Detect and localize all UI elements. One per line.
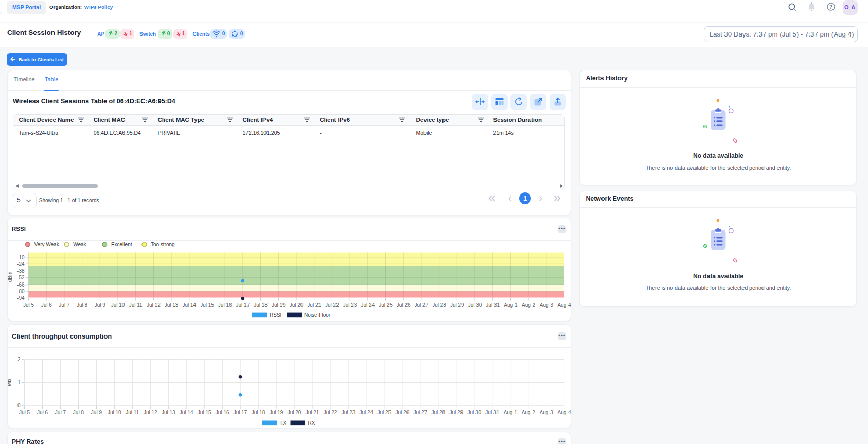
svg-text:Jul 21: Jul 21	[307, 302, 321, 308]
svg-text:Jul 26: Jul 26	[395, 410, 409, 415]
svg-text:Jul 21: Jul 21	[305, 410, 319, 415]
svg-text:Jul 6: Jul 6	[41, 302, 52, 308]
svg-text:Jul 20: Jul 20	[289, 302, 303, 308]
svg-text:Jul 19: Jul 19	[269, 410, 283, 415]
svg-text:-38: -38	[17, 268, 25, 274]
svg-text:2: 2	[17, 357, 20, 362]
svg-text:Jul 16: Jul 16	[218, 302, 232, 308]
svg-text:Jul 29: Jul 29	[449, 410, 463, 415]
svg-text:Jul 8: Jul 8	[73, 410, 84, 415]
svg-text:Jul 14: Jul 14	[179, 410, 193, 415]
svg-text:Jul 6: Jul 6	[37, 410, 48, 415]
svg-text:Jul 25: Jul 25	[379, 302, 393, 308]
svg-text:Jul 24: Jul 24	[359, 410, 373, 415]
svg-text:Jul 9: Jul 9	[91, 410, 102, 415]
svg-text:dBm: dBm	[8, 272, 13, 282]
svg-text:MB: MB	[8, 379, 12, 386]
svg-text:Jul 14: Jul 14	[182, 302, 196, 308]
svg-text:-24: -24	[17, 261, 25, 267]
svg-text:Jul 18: Jul 18	[254, 302, 268, 308]
svg-text:1: 1	[17, 380, 20, 385]
svg-text:Excellent: Excellent	[111, 242, 132, 247]
svg-text:Jul 11: Jul 11	[129, 302, 142, 308]
svg-text:-66: -66	[17, 282, 25, 288]
svg-text:Jul 27: Jul 27	[414, 302, 428, 308]
svg-text:Jul 5: Jul 5	[19, 410, 30, 415]
svg-text:Jul 18: Jul 18	[251, 410, 265, 415]
svg-text:Jul 28: Jul 28	[431, 410, 445, 415]
svg-text:Jul 13: Jul 13	[161, 410, 175, 415]
svg-text:Aug 4: Aug 4	[557, 410, 571, 415]
svg-text:Aug 2: Aug 2	[521, 410, 535, 415]
svg-text:Noise Floor: Noise Floor	[304, 312, 331, 318]
svg-text:Aug 1: Aug 1	[504, 302, 518, 308]
svg-text:TX: TX	[279, 420, 286, 426]
svg-text:Aug 4: Aug 4	[557, 302, 571, 308]
svg-text:Jul 31: Jul 31	[485, 410, 499, 415]
svg-text:Jul 28: Jul 28	[432, 302, 446, 308]
svg-text:RSSI: RSSI	[270, 312, 281, 318]
svg-text:Jul 5: Jul 5	[23, 302, 34, 308]
svg-text:Jul 10: Jul 10	[111, 302, 125, 308]
svg-text:Weak: Weak	[73, 242, 86, 247]
svg-text:Jul 9: Jul 9	[94, 302, 105, 308]
svg-text:Jul 17: Jul 17	[233, 410, 247, 415]
svg-text:Jul 22: Jul 22	[323, 410, 337, 415]
svg-text:Jul 31: Jul 31	[486, 302, 500, 308]
svg-text:Jul 22: Jul 22	[325, 302, 339, 308]
svg-text:Too strong: Too strong	[150, 242, 174, 247]
svg-text:-80: -80	[17, 289, 25, 294]
svg-text:Very Weak: Very Weak	[34, 242, 59, 247]
svg-text:Jul 17: Jul 17	[236, 302, 250, 308]
svg-text:Jul 30: Jul 30	[468, 302, 482, 308]
svg-text:Jul 15: Jul 15	[197, 410, 211, 415]
svg-text:Jul 12: Jul 12	[143, 410, 157, 415]
svg-text:-52: -52	[17, 275, 25, 280]
svg-text:Jul 24: Jul 24	[361, 302, 375, 308]
svg-text:-94: -94	[17, 295, 25, 301]
svg-text:0: 0	[17, 403, 20, 409]
svg-text:Jul 11: Jul 11	[126, 410, 139, 415]
svg-text:Jul 7: Jul 7	[59, 302, 70, 308]
svg-text:Jul 15: Jul 15	[200, 302, 214, 308]
svg-text:Jul 29: Jul 29	[450, 302, 464, 308]
svg-text:Jul 20: Jul 20	[287, 410, 301, 415]
svg-text:Aug 3: Aug 3	[539, 302, 553, 308]
svg-text:Aug 2: Aug 2	[522, 302, 536, 308]
svg-text:Jul 16: Jul 16	[215, 410, 229, 415]
svg-text:Jul 23: Jul 23	[343, 302, 357, 308]
svg-text:Jul 10: Jul 10	[107, 410, 121, 415]
svg-text:Jul 8: Jul 8	[77, 302, 88, 308]
svg-text:Jul 13: Jul 13	[164, 302, 178, 308]
svg-text:Jul 26: Jul 26	[396, 302, 410, 308]
svg-text:Aug 3: Aug 3	[539, 410, 553, 415]
svg-text:Jul 27: Jul 27	[413, 410, 427, 415]
svg-text:-10: -10	[17, 255, 25, 260]
svg-text:?: ?	[829, 4, 832, 10]
svg-text:Jul 23: Jul 23	[341, 410, 355, 415]
svg-text:Jul 30: Jul 30	[467, 410, 481, 415]
svg-text:Jul 12: Jul 12	[147, 302, 161, 308]
svg-text:RX: RX	[308, 420, 315, 426]
svg-text:Jul 19: Jul 19	[271, 302, 285, 308]
svg-text:Jul 25: Jul 25	[377, 410, 391, 415]
svg-text:Jul 7: Jul 7	[55, 410, 66, 415]
svg-text:Aug 1: Aug 1	[503, 410, 517, 415]
